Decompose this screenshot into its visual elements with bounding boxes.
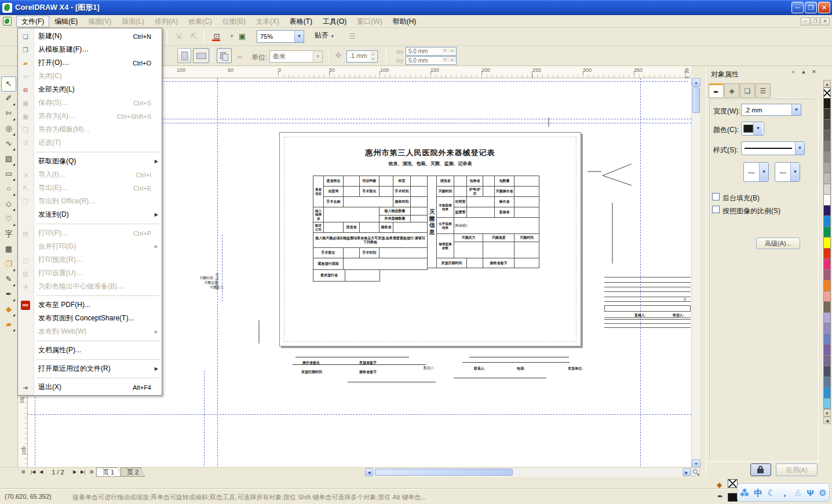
add-page-button[interactable]: ⊞	[87, 468, 96, 476]
interactive-fill-tool[interactable]: ▰	[1, 317, 16, 333]
file-menu-item-open[interactable]: ▰打开(O)…Ctrl+O	[18, 56, 162, 70]
outline-color-picker[interactable]: ▼	[741, 122, 764, 136]
page-tab-page-2[interactable]: 页 2	[121, 468, 145, 477]
lock-button[interactable]	[750, 463, 771, 476]
zoom-combo-arrow-icon[interactable]: ▼	[294, 31, 304, 42]
all-pages-button[interactable]	[217, 48, 232, 63]
shape-tool[interactable]: ✐	[1, 92, 16, 107]
arrowhead-combo-arrow-icon[interactable]: ▼	[759, 163, 768, 181]
tab-outline[interactable]: ✒	[709, 83, 724, 98]
restore-button[interactable]: ❐	[805, 2, 817, 13]
zoom-tool[interactable]: ◎	[1, 122, 16, 137]
palette-swatch[interactable]	[823, 388, 831, 399]
table-tool[interactable]: ▦	[1, 242, 16, 257]
menubar-item-table[interactable]: 表格(T)	[284, 16, 318, 27]
scroll-right-icon[interactable]: ▶	[683, 468, 691, 476]
ime-mic-icon[interactable]: Ψ	[807, 488, 813, 497]
file-menu-item-acquire-image[interactable]: 获取图像(Q)▶	[18, 155, 162, 168]
basic-shapes-tool[interactable]: ♡	[1, 212, 16, 227]
page-tab-page-1[interactable]: 页 1	[96, 468, 121, 477]
ellipse-tool[interactable]: ○	[1, 182, 16, 197]
freehand-tool[interactable]: ∿	[1, 137, 16, 152]
start-arrowhead-combo[interactable]: — ▼	[743, 162, 769, 182]
palette-swatch[interactable]	[823, 356, 831, 367]
palette-swatch[interactable]	[823, 120, 831, 131]
next-page-button[interactable]: ▶	[71, 468, 79, 476]
palette-scroll-up-icon[interactable]: ▲	[823, 80, 831, 87]
palette-swatch[interactable]	[823, 98, 831, 109]
ime-punctuation-icon[interactable]: ，	[780, 488, 789, 497]
ime-paw-icon[interactable]: ⁂	[740, 488, 749, 497]
duplicate-distance-y-spinner[interactable]: 5.0 mm ▼ ▲	[406, 56, 457, 65]
palette-swatch[interactable]	[823, 280, 831, 291]
palette-swatch[interactable]	[823, 227, 831, 238]
palette-swatch[interactable]	[823, 377, 831, 388]
doc-restore-button[interactable]: ❐	[811, 17, 820, 25]
interactive-blend-tool[interactable]: ❒	[1, 257, 16, 272]
color-combo-arrow-icon[interactable]: ▼	[753, 122, 762, 135]
horizontal-scrollbar[interactable]: ◀ ▶	[365, 468, 691, 477]
palette-swatch[interactable]	[823, 195, 831, 206]
scroll-left-icon[interactable]: ◀	[365, 468, 373, 476]
file-menu-item-send-to[interactable]: 发送到(D)▶	[18, 208, 162, 221]
file-menu-item-close-all[interactable]: ⊖全部关闭(L)	[18, 83, 162, 96]
palette-swatch[interactable]	[823, 206, 831, 217]
file-menu-item-publish-to-conceptshare[interactable]: 发布页面到 ConceptShare(T)...	[18, 312, 162, 325]
palette-swatch[interactable]	[823, 184, 831, 195]
file-menu-item-new[interactable]: ❏新建(N)Ctrl+N	[18, 30, 162, 43]
polygon-tool[interactable]: ◇	[1, 197, 16, 212]
tab-fill[interactable]: ◈	[724, 83, 739, 98]
portrait-button[interactable]	[177, 48, 191, 63]
ime-chinese-mode-icon[interactable]: 中	[754, 488, 762, 497]
palette-swatch[interactable]	[823, 109, 831, 120]
text-tool[interactable]: 字	[1, 227, 16, 242]
scroll-up-icon[interactable]: ▲	[692, 78, 700, 87]
palette-flyout-icon[interactable]: ◀	[823, 417, 831, 424]
fill-tool[interactable]: ◆	[1, 302, 16, 317]
vertical-scrollbar[interactable]: ▲ ▼	[691, 78, 700, 468]
palette-swatch[interactable]	[823, 249, 831, 260]
palette-no-color-swatch[interactable]	[823, 87, 831, 98]
menubar-item-help[interactable]: 帮助(H)	[388, 16, 422, 27]
palette-scroll-down-icon[interactable]: ▼	[823, 409, 831, 417]
first-page-button[interactable]: |◀	[29, 468, 37, 476]
menubar-item-edit[interactable]: 编辑(E)	[49, 16, 83, 27]
zoom-corner-button[interactable]	[691, 468, 700, 476]
add-page-button[interactable]: ⊞	[19, 468, 27, 476]
application-launcher-icon[interactable]: ⊡	[210, 30, 224, 43]
palette-swatch[interactable]	[823, 259, 831, 270]
palette-swatch[interactable]	[823, 399, 831, 410]
file-menu-item-exit[interactable]: ➔退出(X)Alt+F4	[18, 381, 162, 394]
horizontal-scroll-thumb[interactable]	[375, 469, 513, 476]
crop-tool[interactable]: ✄	[1, 107, 16, 122]
nudge-offset-spinner[interactable]: .1 mm ▲ ▼	[346, 50, 378, 63]
tab-summary[interactable]: ☰	[756, 83, 771, 98]
palette-swatch[interactable]	[823, 130, 831, 141]
pick-tool[interactable]: ↖	[1, 76, 16, 92]
arrowhead-combo-arrow-icon[interactable]: ▼	[790, 163, 800, 181]
menubar-item-tools[interactable]: 工具(O)	[318, 16, 352, 27]
rectangle-tool[interactable]: ▭	[1, 167, 16, 182]
palette-swatch[interactable]	[823, 302, 831, 313]
tab-page[interactable]: ❏	[740, 83, 755, 98]
palette-swatch[interactable]	[823, 291, 831, 302]
smart-fill-tool[interactable]: ▧	[1, 152, 16, 167]
docker-close-icon[interactable]: ✕	[810, 69, 818, 75]
welcome-screen-icon[interactable]: ▣	[235, 30, 249, 43]
ime-moon-icon[interactable]: ☾	[768, 488, 775, 497]
landscape-button[interactable]	[193, 48, 209, 63]
advanced-button[interactable]: 高级(A)...	[756, 238, 800, 249]
file-menu-item-new-from-template[interactable]: ❐从模板新建(F)…	[18, 43, 162, 56]
palette-swatch[interactable]	[823, 345, 831, 356]
end-arrowhead-combo[interactable]: — ▼	[775, 162, 800, 182]
menubar-item-file[interactable]: 文件(F)	[16, 16, 49, 27]
minimize-button[interactable]: ─	[791, 2, 804, 13]
palette-swatch[interactable]	[823, 141, 831, 152]
palette-swatch[interactable]	[823, 216, 831, 227]
palette-swatch[interactable]	[823, 366, 831, 377]
outline-style-comb[interactable]: ▼	[741, 141, 805, 155]
outline-pen-tool[interactable]: ✒	[1, 287, 16, 302]
previous-page-button[interactable]: ◀	[37, 468, 45, 476]
zoom-level-combo[interactable]: 75% ▼	[257, 30, 304, 43]
style-combo-arrow-icon[interactable]: ▼	[795, 142, 804, 155]
